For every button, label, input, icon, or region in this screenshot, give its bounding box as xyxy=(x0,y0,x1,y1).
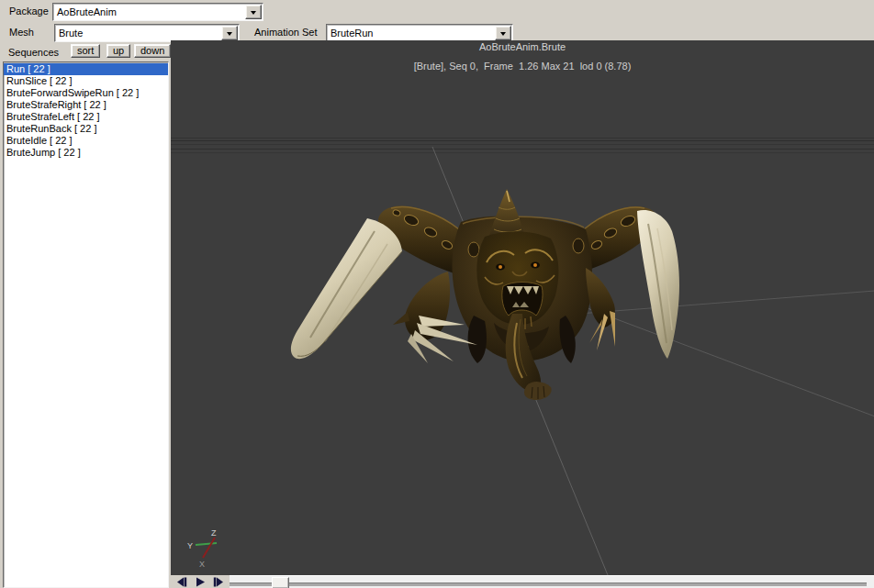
step-back-button[interactable] xyxy=(173,576,190,587)
timeline-slider[interactable] xyxy=(230,575,874,588)
sequence-list-item[interactable]: Run [ 22 ] xyxy=(4,63,168,75)
sequence-list-item[interactable]: BruteIdle [ 22 ] xyxy=(4,135,168,147)
animation-browser-window: Package AoBruteAnim Mesh Brute Animation… xyxy=(0,0,874,588)
package-value: AoBruteAnim xyxy=(53,6,245,17)
package-combobox[interactable]: AoBruteAnim xyxy=(52,3,263,21)
sequence-list-item[interactable]: BruteForwardSwipeRun [ 22 ] xyxy=(4,87,168,99)
mesh-combobox[interactable]: Brute xyxy=(54,24,240,42)
sequence-list: Run [ 22 ] RunSlice [ 22 ] BruteForwardS… xyxy=(3,61,169,588)
axis-gizmo: Z Y X xyxy=(187,528,217,569)
sequences-label: Sequences xyxy=(8,47,59,58)
down-button[interactable]: down xyxy=(134,44,171,58)
sequence-list-item[interactable]: BruteJump [ 22 ] xyxy=(4,147,168,159)
up-button[interactable]: up xyxy=(106,44,130,58)
sequence-list-item[interactable]: BruteStrafeRight [ 22 ] xyxy=(4,99,168,111)
play-button[interactable] xyxy=(191,576,208,587)
sequence-list-item[interactable]: BruteRunBack [ 22 ] xyxy=(4,123,168,135)
sequence-list-item[interactable]: BruteStrafeLeft [ 22 ] xyxy=(4,111,168,123)
dropdown-arrow-icon[interactable] xyxy=(245,5,262,19)
mesh-value: Brute xyxy=(55,28,221,39)
step-forward-icon xyxy=(212,577,225,587)
animation-set-label: Animation Set xyxy=(254,27,317,38)
timeline-track[interactable] xyxy=(230,582,867,586)
step-forward-button[interactable] xyxy=(209,576,227,587)
mesh-label: Mesh xyxy=(9,27,34,38)
viewport-title: AoBruteAnim.Brute xyxy=(171,41,874,52)
play-icon xyxy=(194,577,207,587)
3d-viewport[interactable]: Z Y X AoBruteAnim.Brute [Brute], Seq 0, … xyxy=(171,40,874,575)
package-label: Package xyxy=(9,6,49,17)
animation-set-value: BruteRun xyxy=(327,28,495,39)
axis-z-label: Z xyxy=(211,528,217,538)
dropdown-arrow-icon[interactable] xyxy=(221,26,238,40)
step-back-icon xyxy=(175,577,188,587)
viewport-canvas: Z Y X xyxy=(171,40,874,575)
sort-button[interactable]: sort xyxy=(71,44,100,58)
sequence-list-item[interactable]: RunSlice [ 22 ] xyxy=(4,75,168,87)
axis-y-label: Y xyxy=(187,541,193,550)
axis-x-label: X xyxy=(199,560,205,569)
viewport-status: [Brute], Seq 0, Frame 1.26 Max 21 lod 0 … xyxy=(171,61,874,72)
dropdown-arrow-icon[interactable] xyxy=(495,26,511,40)
timeline-slider-thumb[interactable] xyxy=(272,577,289,588)
animation-set-combobox[interactable]: BruteRun xyxy=(326,24,513,42)
grid-horizon-lines xyxy=(171,138,874,153)
brute-model xyxy=(291,189,679,400)
transport-bar xyxy=(171,575,874,588)
